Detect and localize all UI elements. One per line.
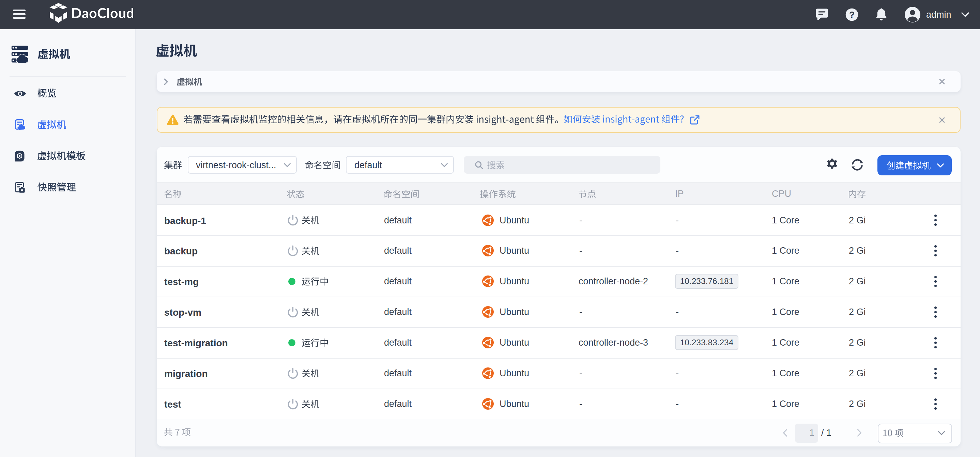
svg-text:?: ? (849, 10, 854, 20)
